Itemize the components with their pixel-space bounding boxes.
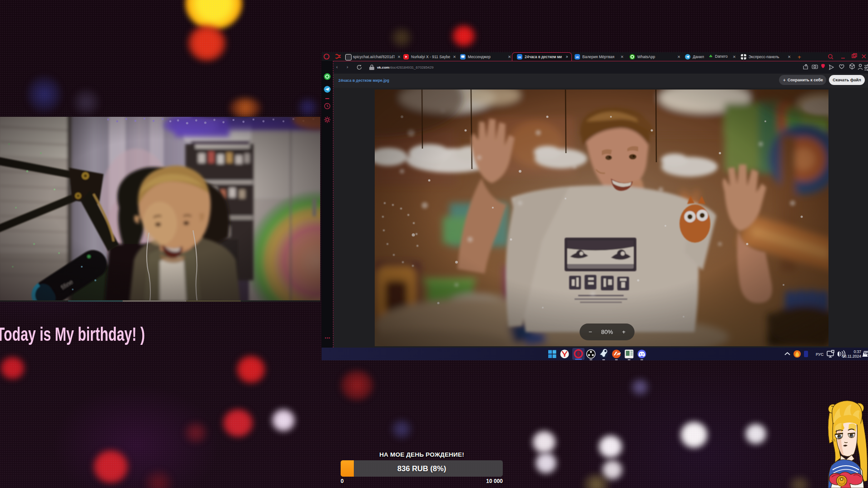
svg-text:0:37: 0:37 bbox=[853, 349, 861, 354]
svg-text:18.11.2024: 18.11.2024 bbox=[842, 354, 861, 359]
svg-text:РУС: РУС bbox=[816, 352, 823, 357]
svg-text:VK: VK bbox=[575, 55, 579, 58]
svg-text:VK: VK bbox=[518, 55, 521, 58]
